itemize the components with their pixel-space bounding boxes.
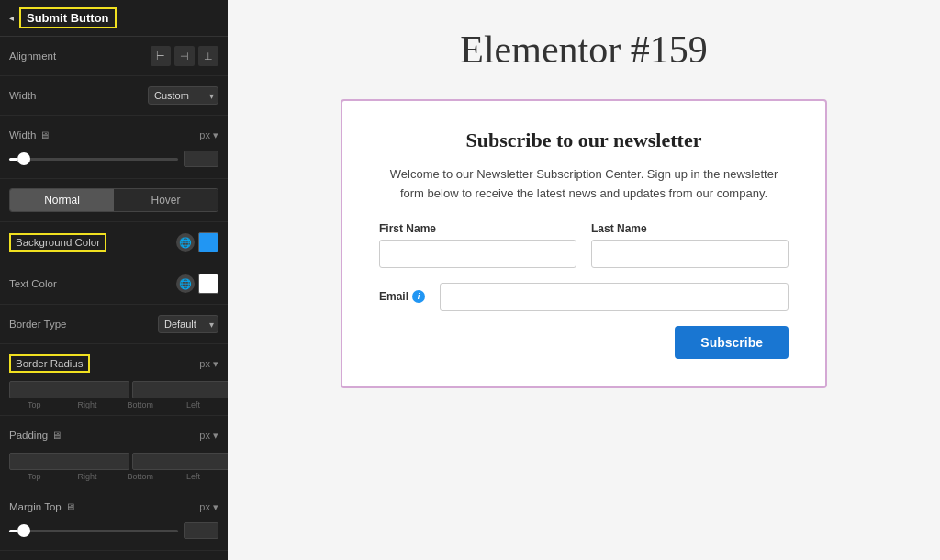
- name-fields-row: First Name Last Name: [379, 222, 789, 268]
- padding-section: Padding 🖥 px ▾ 🔗 Top Right Bottom Left: [0, 416, 228, 487]
- background-color-swatch[interactable]: [198, 232, 218, 252]
- padding-unit[interactable]: px ▾: [199, 430, 218, 442]
- email-input-col: [440, 283, 789, 311]
- newsletter-description: Welcome to our Newsletter Subscription C…: [379, 165, 789, 204]
- text-color-controls: 🌐: [176, 274, 218, 294]
- width-select-section: Width Custom Default Full Width: [0, 76, 228, 116]
- label-right: Right: [62, 400, 113, 409]
- align-center-icon[interactable]: ⊣: [174, 46, 195, 66]
- label-left: Left: [168, 400, 218, 409]
- width-slider[interactable]: [9, 158, 178, 161]
- alignment-controls: ⊢ ⊣ ⊥: [151, 46, 218, 66]
- margin-top-section: Margin Top 🖥 px ▾: [0, 487, 228, 551]
- newsletter-widget: Subscribe to our newsletter Welcome to o…: [341, 99, 827, 388]
- border-radius-label: Border Radius: [9, 354, 90, 373]
- border-radius-unit[interactable]: px ▾: [199, 358, 218, 370]
- width-px-label: Width 🖥: [9, 129, 50, 140]
- first-name-input[interactable]: [379, 240, 576, 268]
- width-slider-row: [9, 149, 218, 173]
- background-color-controls: 🌐: [176, 232, 218, 252]
- normal-tab[interactable]: Normal: [10, 189, 114, 211]
- settings-panel: ◂ Submit Button Alignment ⊢ ⊣ ⊥ Width Cu…: [0, 0, 228, 560]
- label-bottom: Bottom: [116, 400, 166, 409]
- email-label-col: Email i: [379, 283, 425, 303]
- align-left-icon[interactable]: ⊢: [151, 46, 171, 66]
- padding-label-bottom: Bottom: [116, 472, 166, 481]
- email-label: Email: [379, 290, 408, 303]
- width-select[interactable]: Custom Default Full Width: [148, 86, 218, 105]
- last-name-label: Last Name: [591, 222, 789, 235]
- background-color-global-icon[interactable]: 🌐: [176, 233, 195, 252]
- padding-label-right: Right: [62, 472, 113, 481]
- border-type-label: Border Type: [9, 319, 66, 330]
- last-name-input[interactable]: [591, 240, 789, 268]
- border-radius-section: Border Radius px ▾ 🔗 Top Right Bottom Le…: [0, 344, 228, 416]
- text-color-swatch[interactable]: [198, 274, 218, 294]
- page-title: Elementor #159: [460, 28, 707, 72]
- width-px-section: Width 🖥 px ▾: [0, 116, 228, 179]
- label-top: Top: [9, 400, 60, 409]
- state-tabs-section: Normal Hover: [0, 179, 228, 222]
- margin-top-slider-row: [9, 521, 218, 544]
- width-value-input[interactable]: [184, 151, 218, 167]
- border-radius-field-labels: Top Right Bottom Left: [9, 400, 218, 409]
- alignment-section: Alignment ⊢ ⊣ ⊥: [0, 37, 228, 76]
- newsletter-title: Subscribe to our newsletter: [379, 129, 789, 152]
- subscribe-row: Subscribe: [379, 326, 789, 359]
- border-type-select-wrapper: Default None Solid Dashed: [158, 315, 218, 333]
- text-color-global-icon[interactable]: 🌐: [176, 274, 195, 293]
- margin-top-slider[interactable]: [9, 530, 178, 532]
- typography-section: Typography 🌐 ✏: [0, 551, 228, 560]
- padding-label-left: Left: [168, 472, 218, 481]
- border-radius-inputs: 🔗: [9, 380, 218, 398]
- email-info-icon: i: [412, 290, 425, 303]
- background-color-section: Background Color 🌐: [0, 222, 228, 263]
- first-name-group: First Name: [379, 222, 576, 268]
- subscribe-button[interactable]: Subscribe: [675, 326, 789, 359]
- padding-field-labels: Top Right Bottom Left: [9, 472, 218, 481]
- width-select-label: Width: [9, 90, 36, 101]
- margin-monitor-icon: 🖥: [65, 501, 75, 512]
- border-type-section: Border Type Default None Solid Dashed: [0, 305, 228, 344]
- align-right-icon[interactable]: ⊥: [198, 46, 218, 66]
- padding-top[interactable]: [9, 453, 129, 470]
- email-row: Email i: [379, 283, 789, 311]
- border-radius-right[interactable]: [132, 381, 228, 398]
- email-input[interactable]: [440, 283, 789, 311]
- alignment-label: Alignment: [9, 50, 56, 62]
- first-name-label: First Name: [379, 222, 576, 235]
- text-color-section: Text Color 🌐: [0, 263, 228, 305]
- padding-label: Padding 🖥: [9, 430, 62, 441]
- editor-canvas: Elementor #159 Subscribe to our newslett…: [228, 0, 940, 560]
- text-color-label: Text Color: [9, 278, 57, 289]
- width-select-wrapper: Custom Default Full Width: [148, 86, 218, 105]
- last-name-group: Last Name: [591, 222, 789, 268]
- padding-label-top: Top: [9, 472, 60, 481]
- margin-top-label: Margin Top 🖥: [9, 501, 75, 512]
- padding-monitor-icon: 🖥: [51, 430, 62, 441]
- panel-header: ◂ Submit Button: [0, 0, 228, 37]
- border-radius-top[interactable]: [9, 381, 129, 398]
- back-arrow-icon[interactable]: ◂: [9, 13, 14, 23]
- element-title: Submit Button: [19, 7, 117, 28]
- padding-right[interactable]: [132, 453, 228, 470]
- width-unit[interactable]: px ▾: [199, 129, 218, 141]
- hover-tab[interactable]: Hover: [114, 189, 218, 211]
- state-tabs: Normal Hover: [9, 188, 218, 212]
- margin-top-unit[interactable]: px ▾: [199, 501, 218, 513]
- margin-top-value-input[interactable]: [184, 522, 218, 539]
- monitor-icon: 🖥: [39, 129, 50, 140]
- padding-inputs: 🔗: [9, 452, 218, 470]
- background-color-label: Background Color: [9, 233, 106, 252]
- border-type-select[interactable]: Default None Solid Dashed: [158, 315, 218, 333]
